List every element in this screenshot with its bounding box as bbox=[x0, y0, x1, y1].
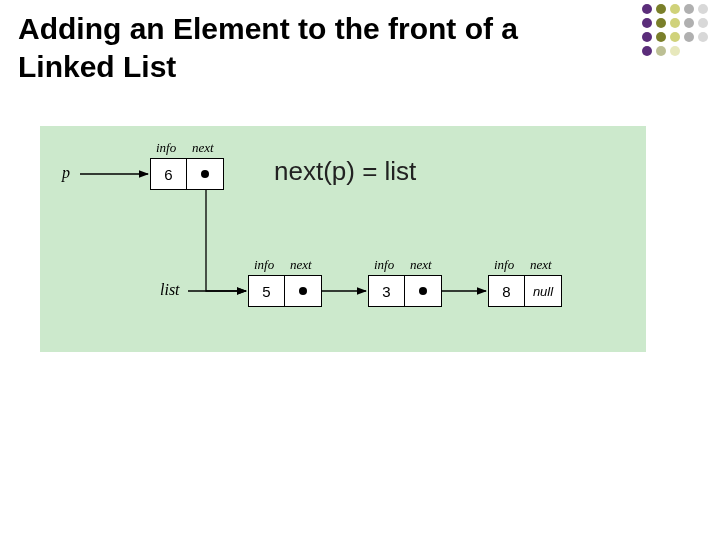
deco-dot bbox=[684, 32, 694, 42]
operation-formula: next(p) = list bbox=[274, 156, 416, 187]
field-label-next: next bbox=[290, 257, 312, 273]
deco-dot bbox=[642, 32, 652, 42]
field-label-info: info bbox=[374, 257, 394, 273]
deco-dot bbox=[670, 4, 680, 14]
node-p: 6 bbox=[150, 158, 224, 190]
node-3-info: 3 bbox=[369, 276, 405, 306]
deco-dot bbox=[684, 4, 694, 14]
node-8-next-null: null bbox=[525, 276, 561, 306]
node-p-next bbox=[187, 159, 223, 189]
field-label-next: next bbox=[192, 140, 214, 156]
deco-dot bbox=[656, 18, 666, 28]
deco-dot bbox=[684, 18, 694, 28]
deco-dot bbox=[656, 4, 666, 14]
field-label-next: next bbox=[410, 257, 432, 273]
node-5-info: 5 bbox=[249, 276, 285, 306]
node-5-next bbox=[285, 276, 321, 306]
deco-dot bbox=[642, 46, 652, 56]
deco-dot bbox=[698, 32, 708, 42]
decorative-dot-grid bbox=[642, 4, 710, 72]
deco-dot bbox=[642, 18, 652, 28]
pointer-p-label: p bbox=[62, 164, 70, 182]
node-3-next bbox=[405, 276, 441, 306]
deco-dot bbox=[642, 4, 652, 14]
deco-dot bbox=[670, 46, 680, 56]
field-label-info: info bbox=[156, 140, 176, 156]
field-label-next: next bbox=[530, 257, 552, 273]
deco-dot bbox=[698, 18, 708, 28]
node-p-info: 6 bbox=[151, 159, 187, 189]
deco-dot bbox=[656, 32, 666, 42]
page-title: Adding an Element to the front of a Link… bbox=[18, 10, 598, 85]
pointer-list-label: list bbox=[160, 281, 180, 299]
field-label-info: info bbox=[494, 257, 514, 273]
node-8: 8 null bbox=[488, 275, 562, 307]
field-label-info: info bbox=[254, 257, 274, 273]
linked-list-diagram: p list info next 6 next(p) = list info n… bbox=[40, 126, 646, 352]
node-3: 3 bbox=[368, 275, 442, 307]
node-5: 5 bbox=[248, 275, 322, 307]
deco-dot bbox=[656, 46, 666, 56]
deco-dot bbox=[670, 18, 680, 28]
node-8-info: 8 bbox=[489, 276, 525, 306]
deco-dot bbox=[698, 4, 708, 14]
deco-dot bbox=[670, 32, 680, 42]
